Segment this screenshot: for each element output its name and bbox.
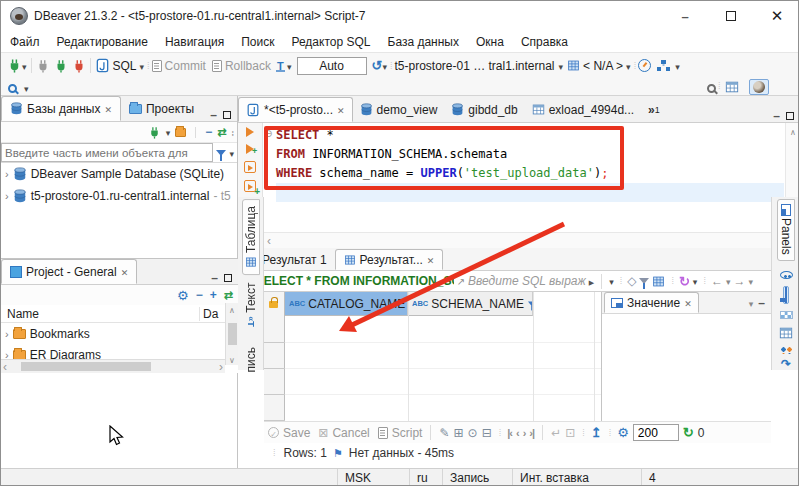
minimize-panel-icon[interactable] bbox=[211, 272, 218, 284]
next-row-icon[interactable]: › bbox=[523, 427, 526, 439]
tab-close-icon[interactable] bbox=[104, 103, 112, 115]
delete-row-icon[interactable] bbox=[482, 427, 492, 439]
auto-refresh-icon[interactable] bbox=[683, 426, 694, 439]
code-line[interactable]: WHERE schema_name = UPPER('test_upload_d… bbox=[276, 164, 784, 183]
maximize-panel-icon[interactable] bbox=[223, 111, 231, 119]
close-button[interactable]: ✕ bbox=[754, 1, 799, 31]
rollback-button[interactable]: Rollback bbox=[225, 59, 271, 73]
minimize-panel-icon[interactable] bbox=[210, 109, 217, 121]
code-line[interactable]: SELECT * bbox=[276, 126, 784, 145]
code-line[interactable]: FROM INFORMATION_SCHEMA.schemata bbox=[276, 145, 784, 164]
new-connection-caret-icon[interactable] bbox=[22, 60, 27, 72]
tab-databases[interactable]: Базы данных bbox=[1, 96, 121, 121]
grid-settings-icon[interactable] bbox=[652, 275, 665, 288]
tab-value[interactable]: Значение bbox=[604, 292, 699, 313]
transaction-caret-icon[interactable] bbox=[287, 60, 292, 72]
menu-help[interactable]: Справка bbox=[521, 35, 568, 49]
project-item-bookmarks[interactable]: Bookmarks bbox=[1, 323, 238, 344]
transaction-log-icon[interactable] bbox=[372, 59, 383, 72]
sql-editor[interactable]: SELECT *FROM INFORMATION_SCHEMA.schemata… bbox=[238, 123, 799, 248]
column-header-catalog-name[interactable]: ABC CATALOG_NAME bbox=[285, 292, 408, 316]
reconnect-icon[interactable] bbox=[54, 59, 68, 73]
scroll-up-icon[interactable] bbox=[790, 125, 796, 137]
fetch-size-input[interactable] bbox=[633, 424, 679, 441]
scroll-left-icon[interactable] bbox=[267, 235, 271, 247]
connection-selector[interactable]: t5-prostore-01 … tral1.internal bbox=[394, 59, 554, 73]
next-caret-icon[interactable] bbox=[748, 275, 753, 287]
collapse-all-icon[interactable] bbox=[196, 289, 203, 301]
collapse-all-icon[interactable] bbox=[205, 126, 212, 138]
tab-close-icon[interactable] bbox=[337, 104, 345, 116]
minimize-panel-icon[interactable] bbox=[758, 297, 765, 309]
execute-script-icon[interactable] bbox=[244, 161, 256, 173]
panel-buttons-icon[interactable] bbox=[780, 271, 793, 279]
cancel-button[interactable]: Cancel bbox=[332, 426, 369, 440]
dashboard-icon[interactable] bbox=[638, 59, 651, 72]
quick-access-icon[interactable] bbox=[707, 84, 716, 93]
scroll-down-icon[interactable] bbox=[229, 353, 235, 365]
project-vertical-scrollbar[interactable] bbox=[225, 303, 238, 365]
fold-collapse-icon[interactable] bbox=[264, 127, 272, 139]
previous-page-icon[interactable] bbox=[711, 275, 723, 287]
result-query-text[interactable]: SELECT * FROM INFORMATION_SCH bbox=[256, 274, 454, 288]
tab-exload[interactable]: exload_4994d... bbox=[525, 97, 641, 122]
tree-item-t5-connection[interactable]: t5-prostore-01.ru-central1.internal - t5 bbox=[1, 185, 237, 207]
save-button[interactable]: Save bbox=[283, 426, 310, 440]
commit-button[interactable]: Commit bbox=[165, 59, 206, 73]
apply-filter-icon[interactable] bbox=[589, 275, 594, 287]
menu-edit[interactable]: Редактирование bbox=[57, 35, 148, 49]
link-with-editor-icon[interactable] bbox=[217, 126, 226, 138]
code-line[interactable] bbox=[276, 183, 784, 202]
select-row-icon[interactable] bbox=[565, 427, 575, 439]
previous-caret-icon[interactable] bbox=[726, 275, 731, 287]
expander-icon[interactable] bbox=[5, 168, 9, 180]
duplicate-row-icon[interactable] bbox=[468, 427, 478, 439]
new-connection-icon[interactable] bbox=[7, 58, 22, 73]
script-button[interactable]: Script bbox=[392, 426, 423, 440]
maximize-panel-icon[interactable] bbox=[786, 112, 794, 120]
clear-filter-icon[interactable] bbox=[627, 275, 636, 287]
link-with-editor-icon[interactable] bbox=[224, 289, 233, 301]
expand-filter-icon[interactable] bbox=[457, 275, 465, 287]
scroll-up-icon[interactable] bbox=[229, 303, 235, 315]
expand-all-icon[interactable] bbox=[210, 289, 217, 301]
value-view-toggle[interactable] bbox=[783, 286, 789, 304]
new-folder-icon[interactable] bbox=[175, 128, 186, 137]
result-grid[interactable]: ABC CATALOG_NAME ABC SCHEMA_NAME bbox=[264, 292, 601, 421]
minimize-button[interactable] bbox=[662, 1, 708, 31]
tab-script[interactable]: *<t5-prosto... bbox=[238, 97, 353, 122]
fetch-settings-icon[interactable] bbox=[617, 426, 629, 439]
search-icon[interactable] bbox=[8, 84, 17, 93]
scroll-thumb[interactable] bbox=[228, 323, 237, 345]
sql-editor-icon[interactable] bbox=[95, 58, 110, 73]
disconnect-icon[interactable] bbox=[72, 59, 86, 73]
search-caret-icon[interactable] bbox=[24, 82, 29, 94]
filter-history-caret-icon[interactable] bbox=[609, 275, 614, 287]
tasks-caret-icon[interactable] bbox=[675, 60, 680, 72]
column-header-schema-name[interactable]: ABC SCHEMA_NAME bbox=[408, 292, 533, 316]
tab-text-presentation[interactable]: «T Текст bbox=[243, 277, 259, 333]
commit-mode-combo[interactable]: Auto bbox=[297, 57, 367, 75]
record-mode-icon[interactable] bbox=[780, 346, 793, 354]
tasks-icon[interactable] bbox=[657, 60, 670, 71]
next-page-icon[interactable] bbox=[733, 275, 745, 287]
refresh-caret-icon[interactable] bbox=[693, 275, 698, 287]
new-connection-small-icon[interactable] bbox=[148, 126, 161, 139]
filter-funnel-icon[interactable] bbox=[216, 150, 226, 156]
sql-code[interactable]: SELECT *FROM INFORMATION_SCHEMA.schemata… bbox=[276, 126, 784, 202]
tab-close-icon[interactable] bbox=[684, 297, 692, 309]
menu-navigate[interactable]: Навигация bbox=[165, 35, 224, 49]
export-data-icon[interactable] bbox=[591, 426, 602, 439]
tab-overflow-button[interactable]: 1 bbox=[641, 97, 667, 122]
tab-projects[interactable]: Проекты bbox=[121, 96, 202, 121]
filter-caret-icon[interactable] bbox=[229, 147, 234, 159]
expander-icon[interactable] bbox=[5, 328, 9, 340]
connect-icon[interactable] bbox=[36, 59, 50, 73]
menu-window[interactable]: Окна bbox=[476, 35, 504, 49]
scroll-left-icon[interactable] bbox=[3, 361, 7, 373]
menu-file[interactable]: Файл bbox=[10, 35, 40, 49]
filter-expression-placeholder[interactable]: Введите SQL выраж bbox=[468, 274, 586, 288]
rotate-panel-icon[interactable] bbox=[781, 358, 791, 370]
database-selector[interactable]: < N/A > bbox=[583, 59, 623, 73]
transaction-log-caret-icon[interactable] bbox=[382, 60, 387, 72]
